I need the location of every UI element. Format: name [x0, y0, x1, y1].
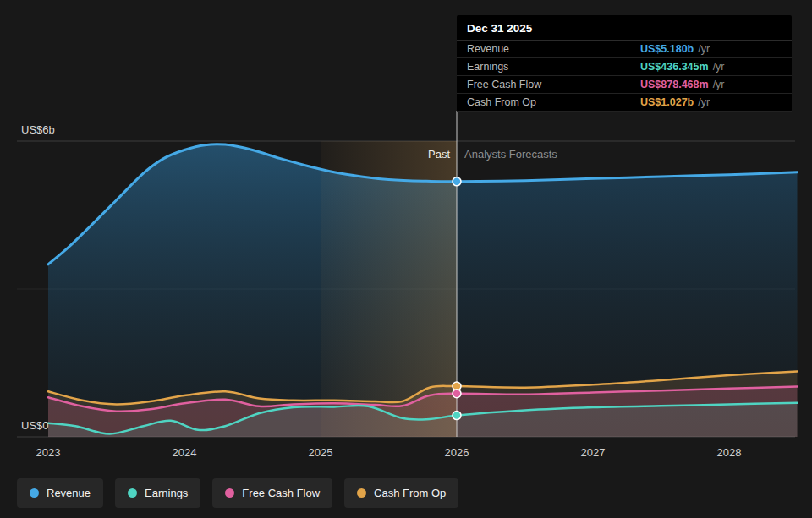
legend-item[interactable]: Earnings — [115, 478, 200, 508]
tooltip-row-label: Revenue — [467, 43, 640, 55]
highlight-band — [321, 141, 457, 437]
tooltip-row-suffix: /yr — [713, 61, 725, 73]
tooltip-row-label: Earnings — [467, 61, 640, 73]
tooltip-row: Earnings US$436.345m /yr — [457, 58, 792, 76]
tooltip-row: Revenue US$5.180b /yr — [457, 41, 792, 58]
legend-label: Cash From Op — [374, 487, 446, 499]
forecast-label: Analysts Forecasts — [464, 148, 557, 161]
legend-dot-icon — [225, 488, 234, 498]
free-cash-flow-marker[interactable] — [453, 390, 461, 398]
tooltip-row-suffix: /yr — [713, 79, 725, 90]
x-axis-tick-label: 2025 — [309, 446, 333, 459]
tooltip-row: Free Cash Flow US$878.468m /yr — [457, 76, 792, 94]
legend-label: Free Cash Flow — [242, 487, 320, 499]
tooltip-row-value: US$878.468m — [640, 79, 709, 90]
tooltip-row-suffix: /yr — [698, 96, 710, 108]
legend-item[interactable]: Free Cash Flow — [212, 478, 332, 508]
x-axis-tick-label: 2027 — [581, 446, 606, 459]
tooltip-row-value: US$436.345m — [640, 61, 709, 73]
earnings-marker[interactable] — [453, 412, 461, 420]
tooltip-row-suffix: /yr — [698, 43, 710, 55]
x-axis-tick-label: 2023 — [36, 446, 61, 459]
x-axis-tick-label: 2028 — [717, 446, 742, 459]
tooltip-row-value: US$5.180b — [640, 43, 694, 55]
x-axis-tick-label: 2024 — [173, 446, 197, 459]
tooltip-row-value: US$1.027b — [640, 96, 694, 108]
tooltip-row: Cash From Op US$1.027b /yr — [457, 94, 792, 112]
legend-item[interactable]: Cash From Op — [344, 478, 458, 508]
legend-dot-icon — [128, 488, 137, 498]
legend-label: Earnings — [145, 487, 188, 499]
tooltip-date: Dec 31 2025 — [457, 15, 792, 41]
legend: Revenue Earnings Free Cash Flow Cash Fro… — [17, 478, 458, 508]
tooltip-row-label: Cash From Op — [467, 96, 640, 108]
legend-dot-icon — [357, 488, 366, 498]
legend-item[interactable]: Revenue — [17, 478, 103, 508]
past-label: Past — [342, 148, 450, 161]
y-axis-label-bottom: US$0 — [21, 419, 49, 432]
chart-panel: US$6b US$0 Past Analysts Forecasts 2023 … — [0, 0, 812, 518]
y-axis-label-top: US$6b — [21, 123, 55, 136]
tooltip: Dec 31 2025 Revenue US$5.180b /yr Earnin… — [457, 15, 792, 112]
tooltip-row-label: Free Cash Flow — [467, 79, 640, 90]
tooltip-rows: Revenue US$5.180b /yr Earnings US$436.34… — [457, 41, 792, 112]
legend-dot-icon — [30, 488, 39, 498]
revenue-marker[interactable] — [453, 177, 461, 186]
legend-label: Revenue — [47, 487, 91, 499]
x-axis-tick-label: 2026 — [445, 446, 469, 459]
